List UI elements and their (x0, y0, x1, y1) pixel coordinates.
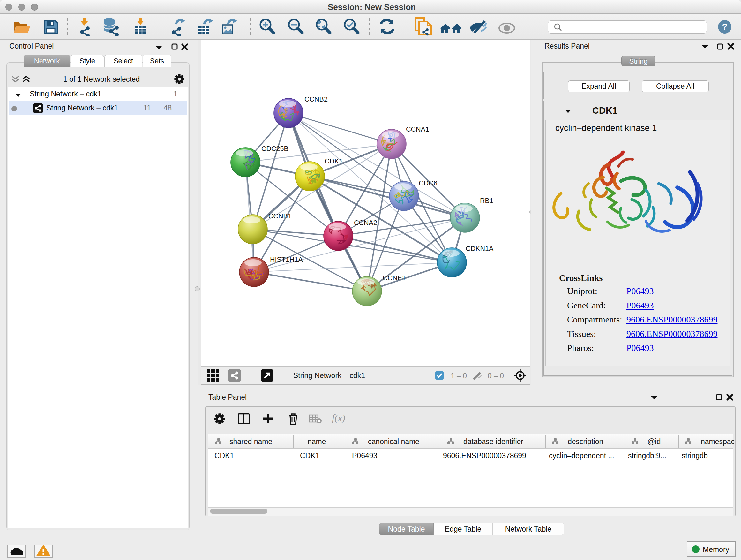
svg-text:CCNB1: CCNB1 (268, 212, 292, 220)
svg-text:CCNB2: CCNB2 (305, 96, 328, 103)
svg-text:CCNA1: CCNA1 (406, 125, 429, 133)
svg-text:CCNA2: CCNA2 (354, 219, 377, 227)
svg-text:CDKN1A: CDKN1A (466, 245, 494, 253)
svg-text:?: ? (722, 22, 727, 32)
svg-text:CDK1: CDK1 (325, 158, 343, 165)
svg-text:RB1: RB1 (480, 197, 493, 205)
svg-text:CCNE1: CCNE1 (383, 274, 406, 282)
svg-text:CDC6: CDC6 (419, 179, 437, 187)
svg-text:CDC25B: CDC25B (261, 145, 288, 152)
svg-text:HIST1H1A: HIST1H1A (270, 256, 303, 263)
